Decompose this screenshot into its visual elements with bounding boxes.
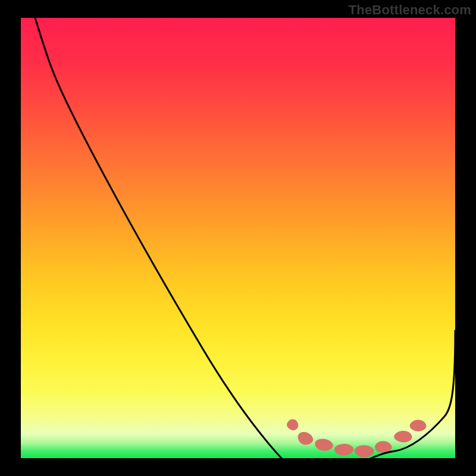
chart-frame: TheBottleneck.com bbox=[0, 0, 476, 476]
watermark-text: TheBottleneck.com bbox=[349, 2, 471, 18]
gradient-background bbox=[21, 18, 455, 458]
plot-area bbox=[21, 18, 455, 458]
gradient-rect bbox=[21, 18, 455, 458]
